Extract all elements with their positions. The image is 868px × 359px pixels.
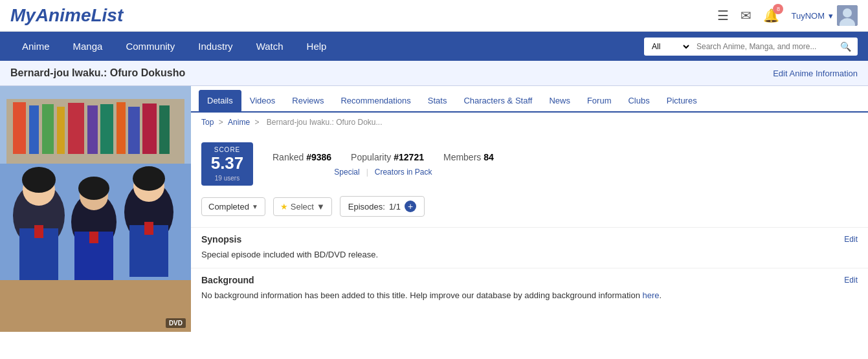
status-row: Completed ▼ ★ Select ▼ Episodes: 1/1 + [191,191,868,227]
star-icon: ★ [280,202,288,212]
score-label: SCORE [210,146,244,153]
members-stat: Members 84 [443,152,494,162]
user-menu[interactable]: TuyNOM ▾ [791,5,858,26]
tab-clubs[interactable]: Clubs [619,90,658,111]
nav-community[interactable]: Community [114,32,186,61]
menu-icon[interactable]: ☰ [717,8,729,23]
svg-rect-17 [0,280,191,332]
search-input[interactable] [691,38,834,56]
background-title: Background [201,275,254,285]
nav-manga[interactable]: Manga [61,32,115,61]
synopsis-edit-link[interactable]: Edit [844,235,858,244]
episodes-increment-button[interactable]: + [405,201,416,212]
dropdown-icon: ▾ [829,11,833,21]
search-category-select[interactable]: All Anime Manga [644,38,691,56]
svg-rect-9 [57,107,65,154]
rating-select-label: Select [291,202,314,212]
anime-illustration: DVD [0,86,191,332]
page-title: Bernard-jou Iwaku.: Ofuro Dokusho [10,67,185,79]
svg-rect-15 [142,103,157,154]
svg-point-28 [78,177,109,200]
tags-row: Special | Creators in Pack [334,168,432,177]
tab-reviews[interactable]: Reviews [284,90,332,111]
rating-select-button[interactable]: ★ Select ▼ [273,197,332,216]
svg-rect-6 [13,102,26,154]
synopsis-title: Synopsis [201,234,241,245]
svg-point-27 [22,167,56,193]
tab-forum[interactable]: Forum [579,90,620,111]
svg-rect-31 [89,232,98,243]
episodes-label: Episodes: [348,202,385,212]
search-area: All Anime Manga 🔍 [644,38,858,56]
status-completed-label: Completed [208,202,249,212]
svg-rect-14 [128,107,140,154]
svg-rect-13 [117,102,126,154]
background-here-link[interactable]: here [642,290,659,300]
breadcrumb-sep-1: > [219,118,225,127]
mail-icon[interactable]: ✉ [740,8,751,23]
svg-rect-10 [68,103,84,154]
tab-videos[interactable]: Videos [241,90,284,111]
svg-rect-7 [29,105,39,154]
username: TuyNOM [791,11,825,21]
ranked-stat: Ranked #9386 [273,152,331,162]
notification-badge: 8 [773,4,783,14]
breadcrumb-sep-2: > [254,118,261,127]
members-label: Members [443,152,481,162]
status-dropdown-chevron: ▼ [252,203,258,210]
svg-rect-8 [42,104,54,154]
members-value: 84 [484,152,494,162]
notifications-wrap[interactable]: 🔔 8 [763,8,779,23]
content-area: DVD Details Videos Reviews Recommendatio… [0,86,868,332]
site-logo[interactable]: MyAnimeList [10,5,123,26]
main-navigation: Anime Manga Community Industry Watch Hel… [0,32,868,61]
synopsis-section: Synopsis Edit Special episode included w… [191,227,868,268]
tabs-bar: Details Videos Reviews Recommendations S… [191,90,868,113]
tab-details[interactable]: Details [199,90,241,111]
edit-anime-info-link[interactable]: Edit Anime Information [773,69,858,78]
tab-characters-staff[interactable]: Characters & Staff [455,90,540,111]
breadcrumb-top[interactable]: Top [201,118,214,127]
creators-in-pack-tag[interactable]: Creators in Pack [375,168,432,177]
synopsis-text: Special episode included with BD/DVD rel… [201,248,858,261]
top-header: MyAnimeList ☰ ✉ 🔔 8 TuyNOM ▾ [0,0,868,32]
background-text: No background information has been added… [201,289,858,302]
avatar [837,5,858,26]
breadcrumb: Top > Anime > Bernard-jou Iwaku.: Ofuro … [191,113,868,132]
svg-point-29 [133,166,165,191]
score-users: 19 users [210,175,244,182]
nav-help[interactable]: Help [295,32,339,61]
header-right: ☰ ✉ 🔔 8 TuyNOM ▾ [717,5,858,26]
svg-rect-12 [100,104,113,154]
score-box: SCORE 5.37 19 users [201,142,253,186]
rating-dropdown-chevron: ▼ [317,202,325,212]
special-tag[interactable]: Special [334,168,359,177]
background-section: Background Edit No background informatio… [191,268,868,309]
svg-rect-16 [159,105,170,154]
svg-point-1 [843,8,852,17]
background-text-suffix: . [660,290,662,300]
nav-watch[interactable]: Watch [245,32,295,61]
ranked-label: Ranked [273,152,304,162]
nav-anime[interactable]: Anime [10,32,61,61]
breadcrumb-anime[interactable]: Anime [228,118,250,127]
episodes-value: 1/1 [389,202,401,212]
background-text-content: No background information has been added… [201,290,642,300]
ranked-value: #9386 [306,152,331,162]
synopsis-header: Synopsis Edit [201,234,858,245]
tab-recommendations[interactable]: Recommendations [332,90,419,111]
page-title-bar: Bernard-jou Iwaku.: Ofuro Dokusho Edit A… [0,61,868,86]
tab-news[interactable]: News [540,90,579,111]
popularity-label: Popularity [351,152,391,162]
stats-inline: Ranked #9386 Popularity #12721 Members 8… [273,152,494,162]
stats-row: Ranked #9386 Popularity #12721 Members 8… [273,152,494,177]
tab-pictures[interactable]: Pictures [658,90,706,111]
status-completed-button[interactable]: Completed ▼ [201,197,265,216]
background-edit-link[interactable]: Edit [844,276,858,285]
episodes-control: Episodes: 1/1 + [340,196,425,217]
popularity-stat: Popularity #12721 [351,152,424,162]
tab-stats[interactable]: Stats [419,90,456,111]
nav-industry[interactable]: Industry [186,32,244,61]
anime-cover-image: DVD [0,86,191,332]
search-button[interactable]: 🔍 [834,38,858,56]
